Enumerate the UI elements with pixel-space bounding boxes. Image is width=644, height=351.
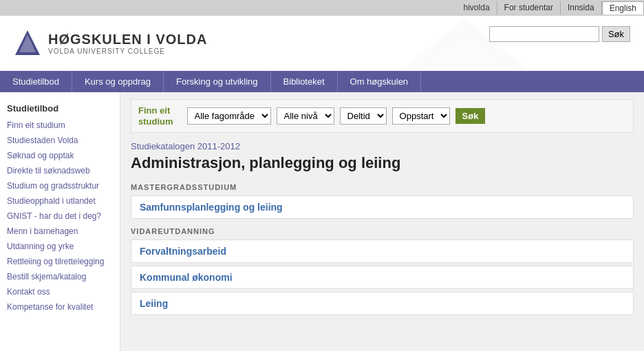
nav-om-hogskulen[interactable]: Om høgskulen (338, 71, 422, 92)
logo-text: HØGSKULEN I VOLDA VOLDA UNIVERSITY COLLE… (48, 32, 207, 55)
sidebar-item-studiestaden-volda[interactable]: Studiestaden Volda (0, 133, 120, 148)
filter-search-button[interactable]: Søk (455, 108, 486, 124)
topbar-english[interactable]: English (602, 1, 644, 14)
sidebar-item-kompetanse[interactable]: Kompetanse for kvalitet (0, 299, 120, 315)
sidebar-title: Studietilbod (0, 99, 120, 118)
catalog-subtitle: Studiekatalogen 2011-2012 (131, 141, 634, 151)
sidebar-item-gnist[interactable]: GNIST - har du det i deg? (0, 209, 120, 224)
logo-area: HØGSKULEN I VOLDA VOLDA UNIVERSITY COLLE… (14, 29, 207, 58)
sidebar-item-kontakt-oss[interactable]: Kontakt oss (0, 284, 120, 299)
top-bar: hivolda For studentar Innsida English (0, 0, 644, 16)
sidebar-item-bestill-skjema[interactable]: Bestill skjema/katalog (0, 269, 120, 284)
header: HØGSKULEN I VOLDA VOLDA UNIVERSITY COLLE… (0, 16, 644, 71)
topbar-hivolda[interactable]: hivolda (457, 1, 497, 14)
nav-forsking[interactable]: Forsking og utvikling (164, 71, 271, 92)
topbar-innsida[interactable]: Innsida (561, 1, 602, 14)
nav-studietilbod[interactable]: Studietilbod (0, 71, 72, 92)
header-search: Søk (489, 26, 630, 42)
sidebar-item-rettleiing[interactable]: Rettleiing og tilrettelegging (0, 254, 120, 269)
section-label-master: MASTERGRADSSTUDIUM (131, 183, 634, 191)
study-item-forvaltningsarbeid[interactable]: Forvaltningsarbeid (131, 240, 634, 263)
filter-label: Finn eit studium (138, 105, 173, 127)
content-wrapper: Studietilbod Finn eit studium Studiestad… (0, 92, 644, 351)
sidebar-item-soknad-og-opptak[interactable]: Søknad og opptak (0, 148, 120, 163)
sidebar-item-studieopphald[interactable]: Studieopphald i utlandet (0, 193, 120, 209)
sidebar-item-menn-i-barnehagen[interactable]: Menn i barnehagen (0, 224, 120, 239)
nav-kurs-og-oppdrag[interactable]: Kurs og oppdrag (72, 71, 164, 92)
page-title: Administrasjon, planlegging og leiing (131, 154, 634, 172)
study-item-leiing[interactable]: Leiing (131, 292, 634, 315)
sidebar-item-finn-eit-studium[interactable]: Finn eit studium (0, 118, 120, 133)
header-watermark (396, 16, 534, 71)
deltid-select[interactable]: Deltid (340, 107, 387, 125)
niva-select[interactable]: Alle nivå (277, 107, 334, 125)
header-search-input[interactable] (489, 26, 599, 42)
study-item-samfunnsplanlegging[interactable]: Samfunnsplanlegging og leiing (131, 195, 634, 219)
sidebar-item-studium-og-gradsstruktur[interactable]: Studium og gradsstruktur (0, 178, 120, 193)
section-label-vidareutdanning: VIDAREUTDANNING (131, 227, 634, 235)
study-item-kommunal-okonomi[interactable]: Kommunal økonomi (131, 266, 634, 289)
sidebar-item-utdanning-og-yrke[interactable]: Utdanning og yrke (0, 239, 120, 254)
main-content: Finn eit studium Alle fagområde Alle niv… (120, 92, 644, 351)
sidebar: Studietilbod Finn eit studium Studiestad… (0, 92, 120, 351)
sidebar-item-direkte-til-soknadsweb[interactable]: Direkte til søknadsweb (0, 163, 120, 178)
logo-subtitle: VOLDA UNIVERSITY COLLEGE (48, 47, 207, 55)
main-nav: Studietilbod Kurs og oppdrag Forsking og… (0, 71, 644, 92)
nav-biblioteket[interactable]: Biblioteket (271, 71, 338, 92)
fagomrade-select[interactable]: Alle fagområde (187, 107, 271, 125)
oppstart-select[interactable]: Oppstart (392, 107, 450, 125)
header-search-button[interactable]: Søk (602, 26, 630, 42)
topbar-for-studentar[interactable]: For studentar (497, 1, 561, 14)
filter-bar: Finn eit studium Alle fagområde Alle niv… (131, 99, 634, 133)
logo-icon (14, 29, 41, 58)
logo-title: HØGSKULEN I VOLDA (48, 32, 207, 47)
